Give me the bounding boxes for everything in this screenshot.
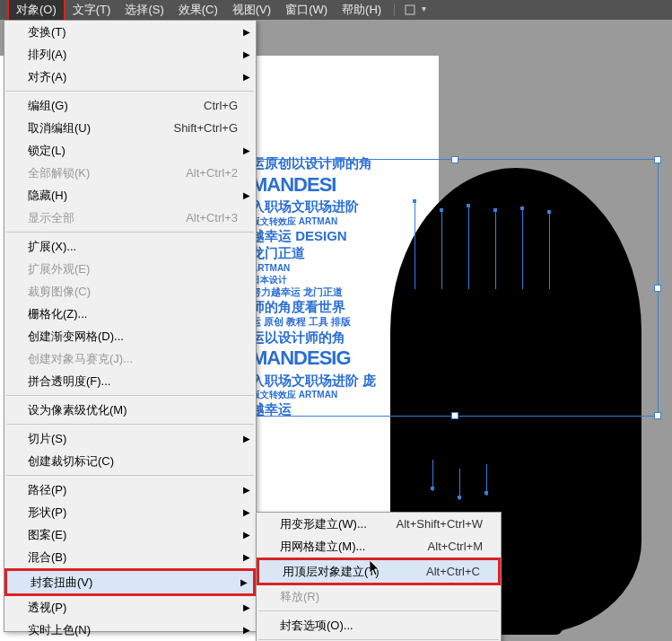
menu-separator	[258, 639, 499, 640]
menu-item: 释放(R)	[257, 585, 501, 608]
menu-item-label: 用网格建立(M)...	[280, 539, 365, 555]
menu-item[interactable]: 取消编组(U)Shift+Ctrl+G	[4, 117, 256, 139]
submenu-arrow-icon: ▶	[243, 485, 250, 495]
menu-item-label: 封套选项(O)...	[280, 618, 353, 634]
menu-item-label: 创建渐变网格(D)...	[28, 329, 124, 345]
menu-select[interactable]: 选择(S)	[118, 0, 170, 20]
submenu-arrow-icon: ▶	[243, 190, 250, 200]
submenu-arrow-icon: ▶	[243, 602, 250, 612]
menu-window[interactable]: 窗口(W)	[278, 0, 335, 20]
menu-item-shortcut: Ctrl+G	[204, 99, 238, 112]
menu-item-label: 混合(B)	[28, 549, 66, 566]
menu-item[interactable]: 路径(P)▶	[4, 479, 256, 501]
menu-item-label: 裁剪图像(C)	[28, 284, 91, 300]
submenu-arrow-icon: ▶	[243, 625, 250, 635]
menu-item[interactable]: 用网格建立(M)...Alt+Ctrl+M	[257, 535, 501, 558]
menu-item-label: 编组(G)	[28, 98, 68, 114]
submenu-arrow-icon: ▶	[240, 577, 248, 587]
menu-item[interactable]: 栅格化(Z)...	[4, 303, 256, 325]
menu-item-label: 变换(T)	[28, 24, 66, 40]
menu-item[interactable]: 创建渐变网格(D)...	[4, 325, 256, 347]
menubar-separator	[394, 4, 395, 16]
menu-item-label: 切片(S)	[28, 431, 66, 447]
menu-type[interactable]: 文字(T)	[65, 0, 118, 20]
menu-item-shortcut: Alt+Ctrl+M	[428, 540, 483, 553]
menu-item-label: 对齐(A)	[28, 69, 66, 85]
menu-item: 显示全部Alt+Ctrl+3	[4, 206, 256, 229]
menubar: 对象(O) 文字(T) 选择(S) 效果(C) 视图(V) 窗口(W) 帮助(H…	[0, 0, 672, 20]
menu-item-label: 实时上色(N)	[28, 622, 91, 638]
menu-item[interactable]: 变换(T)▶	[4, 21, 256, 43]
menu-item[interactable]: 对齐(A)▶	[4, 66, 256, 88]
menu-item[interactable]: 锁定(L)▶	[4, 139, 256, 162]
menu-item-shortcut: Alt+Ctrl+2	[186, 166, 238, 180]
menu-item-label: 释放(R)	[280, 589, 319, 605]
submenu-arrow-icon: ▶	[243, 145, 250, 155]
menu-item-label: 路径(P)	[28, 482, 66, 498]
menu-effect[interactable]: 效果(C)	[171, 0, 225, 20]
menu-item[interactable]: 图案(E)▶	[4, 523, 256, 546]
menu-separator	[6, 424, 254, 425]
menu-item-label: 用顶层对象建立(T)	[283, 564, 380, 580]
submenu-arrow-icon: ▶	[243, 49, 250, 59]
menu-item[interactable]: 混合(B)▶	[4, 546, 256, 568]
submenu-arrow-icon: ▶	[243, 530, 250, 540]
menu-item[interactable]: 用顶层对象建立(T)Alt+Ctrl+C	[257, 558, 501, 585]
menu-item[interactable]: 设为像素级优化(M)	[4, 399, 256, 421]
object-dropdown-menu: 变换(T)▶排列(A)▶对齐(A)▶编组(G)Ctrl+G取消编组(U)Shif…	[4, 20, 257, 632]
menu-item-shortcut: Alt+Shift+Ctrl+W	[397, 517, 483, 531]
menu-item[interactable]: 形状(P)▶	[4, 501, 256, 523]
menu-separator	[6, 232, 254, 233]
menu-item[interactable]: 切片(S)▶	[4, 427, 256, 450]
menu-item-label: 取消编组(U)	[28, 120, 91, 136]
menu-item[interactable]: 透视(P)▶	[4, 596, 256, 619]
menu-item[interactable]: 扩展(X)...	[4, 235, 256, 258]
submenu-arrow-icon: ▶	[243, 27, 250, 37]
menu-separator	[6, 395, 254, 396]
menu-item[interactable]: 封套扭曲(V)▶	[4, 568, 256, 596]
menu-item[interactable]: 用变形建立(W)...Alt+Shift+Ctrl+W	[257, 513, 501, 535]
menu-item-label: 设为像素级优化(M)	[28, 402, 127, 418]
doc-setup-icon[interactable]	[404, 4, 416, 16]
menu-item-label: 栅格化(Z)...	[28, 306, 87, 322]
menu-item-label: 锁定(L)	[28, 143, 65, 159]
submenu-arrow-icon: ▶	[243, 72, 250, 82]
menu-item[interactable]: 排列(A)▶	[4, 43, 256, 66]
envelope-distort-submenu: 用变形建立(W)...Alt+Shift+Ctrl+W用网格建立(M)...Al…	[256, 512, 502, 641]
menu-separator	[258, 610, 499, 611]
menu-item-label: 形状(P)	[28, 505, 66, 521]
selection-bounding-box[interactable]	[251, 159, 659, 417]
menu-item[interactable]: 隐藏(H)▶	[4, 184, 256, 206]
menu-item-shortcut: Shift+Ctrl+G	[173, 121, 238, 135]
menu-item-label: 全部解锁(K)	[28, 165, 90, 181]
submenu-arrow-icon: ▶	[243, 507, 250, 517]
menu-item[interactable]: 拼合透明度(F)...	[4, 370, 256, 392]
svg-rect-0	[406, 5, 415, 14]
submenu-arrow-icon: ▶	[243, 552, 250, 562]
menu-separator	[6, 475, 254, 476]
menu-item[interactable]: 创建裁切标记(C)	[4, 450, 256, 472]
menu-item[interactable]: 编组(G)Ctrl+G	[4, 94, 256, 117]
menu-view[interactable]: 视图(V)	[225, 0, 278, 20]
menu-item-label: 排列(A)	[28, 47, 66, 63]
menu-item-shortcut: Alt+Ctrl+3	[186, 211, 238, 224]
menu-help[interactable]: 帮助(H)	[335, 0, 388, 20]
menu-item: 创建对象马赛克(J)...	[4, 347, 256, 370]
submenu-arrow-icon: ▶	[243, 434, 250, 443]
menu-object[interactable]: 对象(O)	[7, 0, 65, 22]
menu-item[interactable]: 封套选项(O)...	[257, 614, 501, 637]
menu-item-label: 扩展(X)...	[28, 239, 76, 255]
menu-item-label: 隐藏(H)	[28, 188, 67, 204]
dropdown-icon[interactable]: ▾	[422, 4, 426, 16]
menu-item[interactable]: 实时上色(N)▶	[4, 619, 256, 641]
menu-item-label: 封套扭曲(V)	[31, 575, 92, 591]
menu-item: 扩展外观(E)	[4, 258, 256, 280]
menu-item-shortcut: Alt+Ctrl+C	[426, 565, 480, 578]
menu-item-label: 图案(E)	[28, 527, 66, 543]
menu-item-label: 用变形建立(W)...	[280, 516, 367, 532]
menu-separator	[6, 91, 254, 92]
menu-item: 裁剪图像(C)	[4, 280, 256, 303]
menu-item-label: 透视(P)	[28, 600, 66, 616]
menu-item: 全部解锁(K)Alt+Ctrl+2	[4, 162, 256, 184]
menu-item-label: 显示全部	[28, 210, 74, 226]
